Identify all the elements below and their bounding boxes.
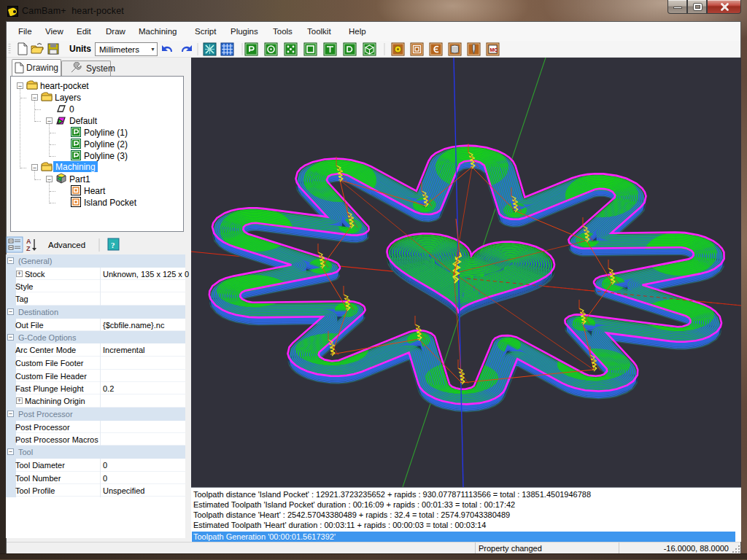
svg-text:A: A — [26, 238, 31, 245]
svg-text:Advanced: Advanced — [48, 241, 85, 249]
svg-text:Z: Z — [26, 245, 31, 252]
svg-text:MC: MC — [490, 47, 498, 52]
svg-text:?: ? — [111, 241, 115, 249]
